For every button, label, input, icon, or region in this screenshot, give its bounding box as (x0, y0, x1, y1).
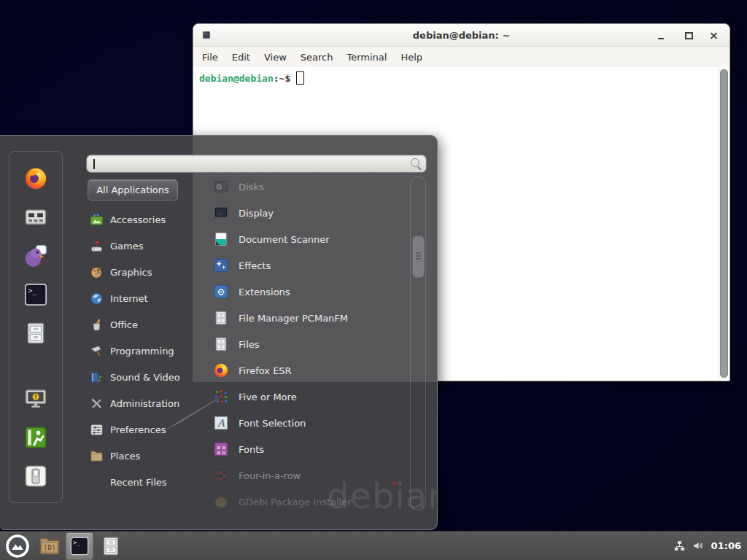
category-label: Places (110, 451, 140, 462)
firefox-icon (23, 166, 48, 191)
all-applications-button[interactable]: All Applications (88, 179, 178, 201)
font-selection-icon: A (213, 415, 229, 431)
system-tray: 01:06 (673, 532, 741, 560)
app-gdebi-package-installer[interactable]: GDebi Package Installer (207, 489, 410, 515)
app-five-or-more[interactable]: Five or More (207, 384, 410, 410)
favorite-firefox[interactable] (23, 166, 48, 191)
app-label: Display (239, 208, 274, 219)
shutdown-icon (23, 464, 48, 489)
terminal-menu-file[interactable]: File (202, 52, 218, 63)
minimize-button[interactable] (655, 30, 667, 42)
clock[interactable]: 01:06 (711, 540, 741, 551)
category-recent-files[interactable]: Recent Files (85, 469, 196, 495)
search-input[interactable] (86, 155, 427, 173)
accessories-icon (90, 213, 104, 227)
category-preferences[interactable]: Preferences (85, 416, 196, 443)
five-or-more-icon (213, 389, 229, 405)
app-list-scrollbar[interactable] (410, 176, 426, 510)
fonts-icon: a aa o (213, 441, 229, 457)
category-sound-video[interactable]: ♪Sound & Video (85, 364, 196, 390)
terminal-menu-view[interactable]: View (264, 52, 287, 63)
category-programming[interactable]: Programming (85, 338, 196, 364)
terminal-scrollbar-thumb[interactable] (720, 69, 728, 378)
terminal-prompt-line: debian@debian:~$ (199, 71, 724, 85)
category-internet[interactable]: Internet (85, 285, 196, 311)
category-label: Administration (110, 398, 179, 409)
app-fonts[interactable]: a aa oFonts (207, 436, 410, 462)
favorites-panel: >_ (9, 151, 63, 503)
category-label: Accessories (110, 214, 166, 225)
prompt-user-host: debian@debian (199, 73, 274, 84)
maximize-button[interactable] (683, 30, 694, 42)
svg-text:♪: ♪ (98, 374, 103, 383)
terminal-titlebar[interactable]: >_ debian@debian: ~ (193, 24, 729, 47)
terminal-menu-help[interactable]: Help (400, 52, 422, 63)
app-effects[interactable]: Effects (207, 252, 410, 279)
favorite-terminal[interactable]: >_ (23, 282, 48, 307)
desktop-folder-button[interactable]: [D] (38, 534, 61, 558)
category-label: Internet (110, 293, 148, 304)
category-games[interactable]: Games (85, 233, 196, 259)
category-administration[interactable]: Administration (85, 390, 196, 416)
app-extensions[interactable]: ⚙Extensions (207, 279, 410, 305)
app-four-in-a-row[interactable]: Four-in-a-row (207, 462, 410, 489)
terminal-window-icon: >_ (202, 31, 211, 39)
display-icon (213, 205, 229, 221)
start-menu-button[interactable] (5, 534, 30, 559)
file-manager-button[interactable] (100, 535, 122, 557)
terminal-scrollbar[interactable] (719, 69, 728, 378)
favorite-shutdown[interactable] (23, 464, 48, 489)
app-display[interactable]: Display (207, 200, 410, 226)
category-places[interactable]: Places (85, 443, 196, 469)
firefox-icon (213, 362, 229, 378)
app-firefox-esr[interactable]: Firefox ESR (207, 357, 410, 384)
category-graphics[interactable]: Graphics (85, 259, 196, 285)
prompt-path: :~$ (274, 73, 290, 84)
preferences-icon (90, 423, 104, 437)
app-label: GDebi Package Installer (239, 497, 352, 508)
document-scanner-icon (213, 231, 229, 247)
category-label: Games (110, 241, 143, 252)
app-list-scrollbar-thumb[interactable] (412, 236, 425, 278)
category-office[interactable]: Office (85, 311, 196, 338)
volume-icon[interactable] (692, 540, 705, 552)
category-label: Graphics (110, 267, 152, 278)
close-button[interactable] (708, 30, 719, 42)
category-column: All Applications AccessoriesGamesGraphic… (85, 179, 196, 495)
category-label: Office (110, 319, 138, 330)
terminal-menu-terminal[interactable]: Terminal (347, 52, 387, 63)
taskbar: [D] >_ 01:06 (0, 531, 747, 560)
terminal-menu-edit[interactable]: Edit (232, 52, 250, 63)
app-label: File Manager PCManFM (239, 313, 348, 324)
category-accessories[interactable]: Accessories (85, 206, 196, 233)
favorite-software[interactable] (23, 205, 48, 230)
app-label: Document Scanner (239, 234, 330, 245)
gdebi-icon (213, 494, 229, 510)
app-label: Fonts (239, 444, 264, 455)
app-files[interactable]: Files (207, 331, 410, 357)
favorite-lock-screen[interactable] (23, 386, 48, 411)
file-cabinet-icon (23, 321, 48, 346)
terminal-title: debian@debian: ~ (413, 30, 510, 41)
favorite-logout[interactable] (23, 425, 48, 450)
terminal-cursor (296, 71, 304, 85)
administration-icon (90, 397, 104, 411)
favorite-pidgin[interactable] (23, 244, 48, 268)
app-document-scanner[interactable]: Document Scanner (207, 226, 410, 252)
app-label: Font Selection (239, 418, 306, 429)
app-label: Extensions (239, 287, 290, 298)
app-file-manager-pcmanfm[interactable]: File Manager PCManFM (207, 305, 410, 331)
favorite-file-manager[interactable] (23, 321, 48, 346)
app-disks[interactable]: Disks (207, 174, 410, 200)
terminal-icon: >_ (69, 536, 90, 556)
app-font-selection[interactable]: AFont Selection (207, 410, 410, 436)
disks-icon (213, 179, 229, 195)
extensions-icon: ⚙ (213, 284, 229, 300)
terminal-task-button[interactable]: >_ (66, 532, 93, 560)
svg-text:A: A (217, 417, 225, 429)
network-icon[interactable] (673, 540, 686, 552)
file-cabinet-icon (100, 535, 122, 557)
terminal-menu-search[interactable]: Search (301, 52, 333, 63)
category-label: Programming (110, 346, 174, 357)
desktop-folder-icon: [D] (38, 534, 61, 558)
